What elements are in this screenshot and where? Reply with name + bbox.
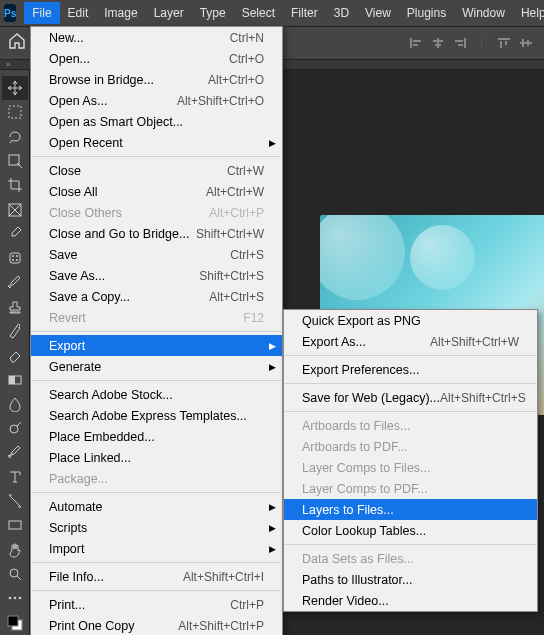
file-open-as[interactable]: Open As...Alt+Shift+Ctrl+O [31,90,282,111]
tool-eraser[interactable] [2,343,28,367]
menu-plugins[interactable]: Plugins [399,2,454,24]
menu-item-label: Save [49,248,230,262]
file-print-one-copy[interactable]: Print One CopyAlt+Shift+Ctrl+P [31,615,282,635]
submenu-arrow-icon: ▶ [269,341,276,351]
file-search-adobe-express-templates[interactable]: Search Adobe Express Templates... [31,405,282,426]
svg-point-21 [16,255,18,257]
menu-select[interactable]: Select [234,2,283,24]
tool-heal[interactable] [2,246,28,270]
file-separator [32,562,281,563]
tool-hand[interactable] [2,538,28,562]
export-render-video[interactable]: Render Video... [284,590,537,611]
export-quick-export-as-png[interactable]: Quick Export as PNG [284,310,537,331]
file-generate[interactable]: Generate▶ [31,356,282,377]
tool-brush[interactable] [2,270,28,294]
tool-zoom[interactable] [2,562,28,586]
file-place-embedded[interactable]: Place Embedded... [31,426,282,447]
file-save-a-copy[interactable]: Save a Copy...Alt+Ctrl+S [31,286,282,307]
align-middle-icon[interactable] [516,34,536,52]
export-layers-to-files[interactable]: Layers to Files... [284,499,537,520]
home-icon[interactable] [8,33,30,53]
tool-dodge[interactable] [2,416,28,440]
tool-stamp[interactable] [2,295,28,319]
menu-item-label: Paths to Illustrator... [302,573,519,587]
tool-more[interactable] [2,586,28,610]
tool-gradient[interactable] [2,368,28,392]
menu-item-label: Automate [49,500,264,514]
tool-history[interactable] [2,319,28,343]
file-close-and-go-to-bridge[interactable]: Close and Go to Bridge...Shift+Ctrl+W [31,223,282,244]
menu-item-label: Close [49,164,227,178]
menu-item-label: Browse in Bridge... [49,73,208,87]
menu-item-label: Layers to Files... [302,503,519,517]
file-close[interactable]: CloseCtrl+W [31,160,282,181]
tool-path[interactable] [2,489,28,513]
menu-3d[interactable]: 3D [326,2,357,24]
file-browse-in-bridge[interactable]: Browse in Bridge...Alt+Ctrl+O [31,69,282,90]
tool-blur[interactable] [2,392,28,416]
export-paths-to-illustrator[interactable]: Paths to Illustrator... [284,569,537,590]
menu-filter[interactable]: Filter [283,2,326,24]
tool-frame[interactable] [2,197,28,221]
menu-item-label: Generate [49,360,264,374]
svg-point-30 [13,597,16,600]
tool-marquee[interactable] [2,100,28,124]
export-save-for-web-legacy[interactable]: Save for Web (Legacy)...Alt+Shift+Ctrl+S [284,387,537,408]
tool-crop[interactable] [2,173,28,197]
file-search-adobe-stock[interactable]: Search Adobe Stock... [31,384,282,405]
menu-item-shortcut: Alt+Shift+Ctrl+I [183,570,264,584]
file-scripts[interactable]: Scripts▶ [31,517,282,538]
menu-help[interactable]: Help [513,2,544,24]
menubar: Ps FileEditImageLayerTypeSelectFilter3DV… [0,0,544,26]
file-print[interactable]: Print...Ctrl+P [31,594,282,615]
file-export[interactable]: Export▶ [31,335,282,356]
menu-layer[interactable]: Layer [146,2,192,24]
submenu-arrow-icon: ▶ [269,362,276,372]
menu-type[interactable]: Type [192,2,234,24]
expand-caret-icon[interactable]: » [6,60,10,69]
file-new[interactable]: New...Ctrl+N [31,27,282,48]
file-save[interactable]: SaveCtrl+S [31,244,282,265]
svg-rect-15 [527,40,529,46]
file-import[interactable]: Import▶ [31,538,282,559]
file-revert: RevertF12 [31,307,282,328]
tool-move[interactable] [2,76,28,100]
export-export-as[interactable]: Export As...Alt+Shift+Ctrl+W [284,331,537,352]
svg-rect-1 [413,40,421,42]
submenu-arrow-icon: ▶ [269,523,276,533]
file-automate[interactable]: Automate▶ [31,496,282,517]
align-center-icon[interactable] [428,34,448,52]
menu-item-label: Place Embedded... [49,430,264,444]
tool-fg-bg[interactable] [2,611,28,635]
menu-item-label: Print One Copy [49,619,178,633]
menu-file[interactable]: File [24,2,59,24]
menu-item-label: Close All [49,185,206,199]
file-open-as-smart-object[interactable]: Open as Smart Object... [31,111,282,132]
menu-image[interactable]: Image [96,2,145,24]
file-package: Package... [31,468,282,489]
menu-view[interactable]: View [357,2,399,24]
align-left-icon[interactable] [406,34,426,52]
file-file-info[interactable]: File Info...Alt+Shift+Ctrl+I [31,566,282,587]
menu-item-label: Scripts [49,521,264,535]
export-color-lookup-tables[interactable]: Color Lookup Tables... [284,520,537,541]
menu-edit[interactable]: Edit [60,2,97,24]
tool-pen[interactable] [2,440,28,464]
tool-wand[interactable] [2,149,28,173]
svg-rect-7 [455,40,463,42]
menu-window[interactable]: Window [454,2,513,24]
file-save-as[interactable]: Save As...Shift+Ctrl+S [31,265,282,286]
submenu-arrow-icon: ▶ [269,502,276,512]
align-right-icon[interactable] [450,34,470,52]
file-open-recent[interactable]: Open Recent▶ [31,132,282,153]
tool-lasso[interactable] [2,125,28,149]
file-place-linked[interactable]: Place Linked... [31,447,282,468]
align-top-icon[interactable] [494,34,514,52]
file-open[interactable]: Open...Ctrl+O [31,48,282,69]
tool-type[interactable] [2,465,28,489]
file-close-all[interactable]: Close AllAlt+Ctrl+W [31,181,282,202]
export-export-preferences[interactable]: Export Preferences... [284,359,537,380]
tool-eyedropper[interactable] [2,222,28,246]
tool-rect[interactable] [2,513,28,537]
menu-item-label: Package... [49,472,264,486]
